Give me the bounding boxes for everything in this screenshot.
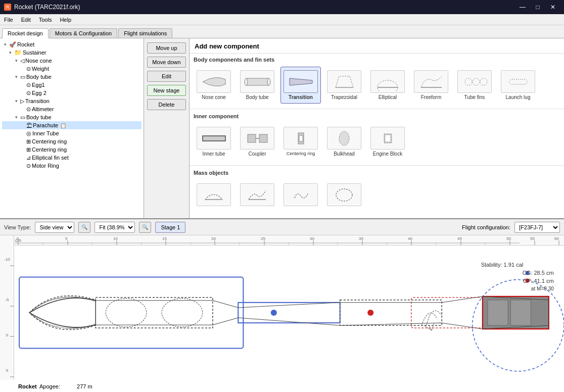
egg2-icon: ⊙ bbox=[26, 90, 31, 96]
tab-flight-simulations[interactable]: Flight simulations bbox=[118, 28, 172, 38]
menu-tools[interactable]: Tools bbox=[35, 14, 56, 25]
tree-toggle-empty bbox=[19, 66, 25, 72]
tree-label-motorring: Motor Ring bbox=[32, 163, 59, 169]
svg-text:-5: -5 bbox=[5, 298, 9, 302]
mass3-svg bbox=[287, 185, 315, 205]
tree-toggle-bt2[interactable]: ▾ bbox=[13, 114, 19, 120]
tree-bodytube1[interactable]: ▾ ▭ Body tube bbox=[2, 73, 142, 81]
bodytube-label: Body tube bbox=[246, 94, 268, 100]
edit-button[interactable]: Edit bbox=[147, 71, 186, 82]
mass4-svg bbox=[331, 185, 358, 205]
ruler-vertical: -10 -5 0 5 bbox=[0, 235, 14, 380]
tree-toggle-empty3 bbox=[19, 90, 25, 96]
tree-sustainer[interactable]: ▾ 📁 Sustainer bbox=[2, 48, 142, 57]
tree-egg1[interactable]: ⊙ Egg1 bbox=[2, 81, 142, 89]
action-buttons: Move up Move down Edit New stage Delete bbox=[144, 38, 190, 218]
tree-weight[interactable]: ⊙ Weight bbox=[2, 65, 142, 73]
view-type-select[interactable]: Side view bbox=[35, 222, 74, 233]
tree-parachute[interactable]: ⛱ Parachute 📋 bbox=[2, 121, 142, 129]
tree-bodytube2[interactable]: ▾ ▭ Body tube bbox=[2, 113, 142, 121]
coupler-icon-area bbox=[240, 127, 274, 150]
tree-centering2[interactable]: ⊞ Centering ring bbox=[2, 145, 142, 154]
tree-root[interactable]: ▾ 🚀 Rocket bbox=[2, 40, 142, 48]
menu-help[interactable]: Help bbox=[56, 14, 75, 25]
close-button[interactable]: ✕ bbox=[546, 0, 560, 14]
apogee-row: Apogee: 277 m bbox=[39, 382, 183, 391]
tree-nosecone[interactable]: ▾ ◁ Nose cone bbox=[2, 57, 142, 65]
menu-file[interactable]: File bbox=[0, 14, 17, 25]
trapezoidal-icon-area bbox=[327, 70, 361, 93]
zoom-select[interactable]: Fit (38.9%) bbox=[95, 222, 135, 233]
tree-toggle-bt1[interactable]: ▾ bbox=[13, 74, 19, 80]
view-area: View Type: Side view 🔍 Fit (38.9%) 🔍 Sta… bbox=[0, 219, 564, 392]
component-mass1[interactable] bbox=[194, 180, 234, 211]
tree-egg2[interactable]: ⊙ Egg 2 bbox=[2, 89, 142, 97]
new-stage-button[interactable]: New stage bbox=[147, 85, 186, 96]
svg-rect-13 bbox=[248, 134, 256, 142]
maximize-button[interactable]: □ bbox=[531, 0, 545, 14]
nosecone-label: Nose cone bbox=[202, 94, 226, 100]
body-components-grid: Nose cone Body tube bbox=[190, 65, 564, 108]
rocket-viewport[interactable]: Stability: 1.91 cal CG: 28.5 cm CP: 41.1… bbox=[14, 246, 564, 380]
minimize-button[interactable]: — bbox=[515, 0, 530, 14]
component-launchlug[interactable]: Launch lug bbox=[498, 67, 538, 104]
tree-elliptical[interactable]: ⊿ Elliptical fin set bbox=[2, 154, 142, 162]
component-centeringring[interactable]: Centering ring bbox=[280, 123, 321, 160]
divider2 bbox=[190, 165, 564, 166]
tree-label-transition: Transition bbox=[25, 98, 50, 104]
component-bulkhead[interactable]: Bulkhead bbox=[324, 123, 364, 160]
svg-point-73 bbox=[162, 299, 203, 327]
elliptical-label: Elliptical bbox=[379, 94, 397, 100]
menu-edit[interactable]: Edit bbox=[17, 14, 35, 25]
delete-button[interactable]: Delete bbox=[147, 99, 186, 110]
rocket-icon: 🚀 bbox=[9, 41, 16, 48]
inner-components-header: Inner component bbox=[190, 110, 564, 121]
svg-rect-17 bbox=[299, 135, 303, 141]
tree-transition[interactable]: ▾ ▷ Transition bbox=[2, 97, 142, 105]
component-transition[interactable]: Transition bbox=[280, 67, 321, 104]
mass2-icon-area bbox=[240, 183, 274, 206]
parachute-badge: 📋 bbox=[60, 123, 66, 128]
stage-button[interactable]: Stage 1 bbox=[155, 222, 185, 233]
component-tubefins[interactable]: Tube fins bbox=[454, 67, 495, 104]
flight-config-select[interactable]: [F23FJ-7] bbox=[514, 222, 560, 233]
mass1-svg bbox=[200, 185, 228, 205]
component-bodytube[interactable]: Body tube bbox=[237, 67, 277, 104]
svg-rect-74 bbox=[238, 303, 340, 323]
zoom-in-button[interactable]: 🔍 bbox=[139, 222, 151, 233]
component-elliptical[interactable]: Elliptical bbox=[367, 67, 408, 104]
launchlug-svg bbox=[504, 72, 532, 91]
tree-toggle-trans[interactable]: ▾ bbox=[13, 98, 19, 104]
transition-svg bbox=[287, 72, 315, 91]
tree-label-bodytube2: Body tube bbox=[26, 114, 52, 120]
component-innertube[interactable]: Inner tube bbox=[194, 123, 234, 160]
tree-centering1[interactable]: ⊞ Centering ring bbox=[2, 137, 142, 145]
tab-rocket-design[interactable]: Rocket design bbox=[2, 28, 49, 38]
component-nosecone[interactable]: Nose cone bbox=[194, 67, 234, 104]
move-down-button[interactable]: Move down bbox=[147, 57, 186, 68]
tree-innertube[interactable]: ◎ Inner Tube bbox=[2, 129, 142, 137]
tree-altimeter[interactable]: ⊙ Altimeter bbox=[2, 105, 142, 113]
bodytube2-icon: ▭ bbox=[20, 114, 25, 121]
move-up-button[interactable]: Move up bbox=[147, 42, 186, 54]
component-coupler[interactable]: Coupler bbox=[237, 123, 277, 160]
freeform-label: Freeform bbox=[421, 94, 442, 100]
innertube-label: Inner tube bbox=[202, 151, 225, 157]
component-engineblock[interactable]: Engine Block bbox=[367, 123, 408, 160]
tree-motorring[interactable]: ⊙ Motor Ring bbox=[2, 162, 142, 170]
tree-toggle-sustainer[interactable]: ▾ bbox=[7, 50, 13, 56]
tree-toggle-root[interactable]: ▾ bbox=[2, 41, 8, 47]
tubefins-icon-area bbox=[457, 70, 492, 93]
component-freeform[interactable]: Freeform bbox=[411, 67, 451, 104]
component-mass3[interactable] bbox=[280, 180, 321, 211]
tree-toggle-nosecone[interactable]: ▾ bbox=[13, 58, 19, 64]
tree-label-parachute: Parachute bbox=[33, 122, 58, 128]
nosecone-svg bbox=[200, 72, 228, 91]
tab-motors-config[interactable]: Motors & Configuration bbox=[50, 28, 118, 38]
zoom-out-button[interactable]: 🔍 bbox=[78, 222, 90, 233]
component-mass4[interactable] bbox=[324, 180, 364, 211]
component-trapezoidal[interactable]: Trapezoidal bbox=[324, 67, 364, 104]
component-mass2[interactable] bbox=[237, 180, 277, 211]
centering2-icon: ⊞ bbox=[26, 146, 31, 153]
svg-text:40: 40 bbox=[408, 236, 412, 241]
